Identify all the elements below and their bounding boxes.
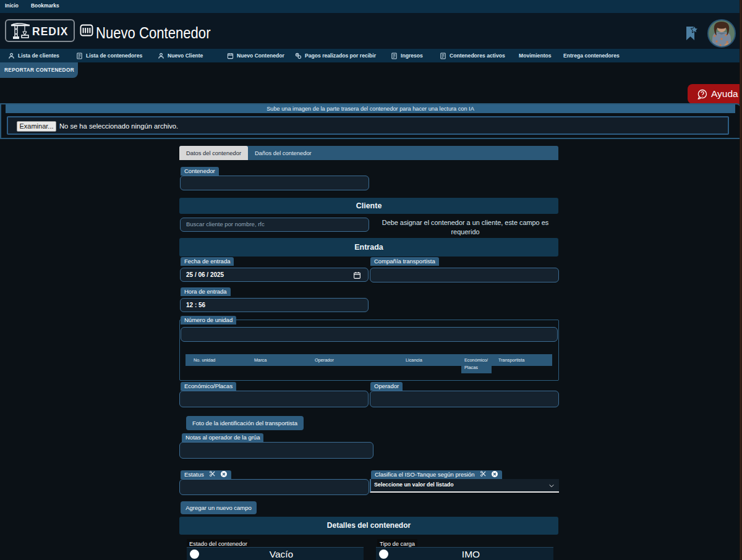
- svg-text:REDIX: REDIX: [32, 25, 68, 38]
